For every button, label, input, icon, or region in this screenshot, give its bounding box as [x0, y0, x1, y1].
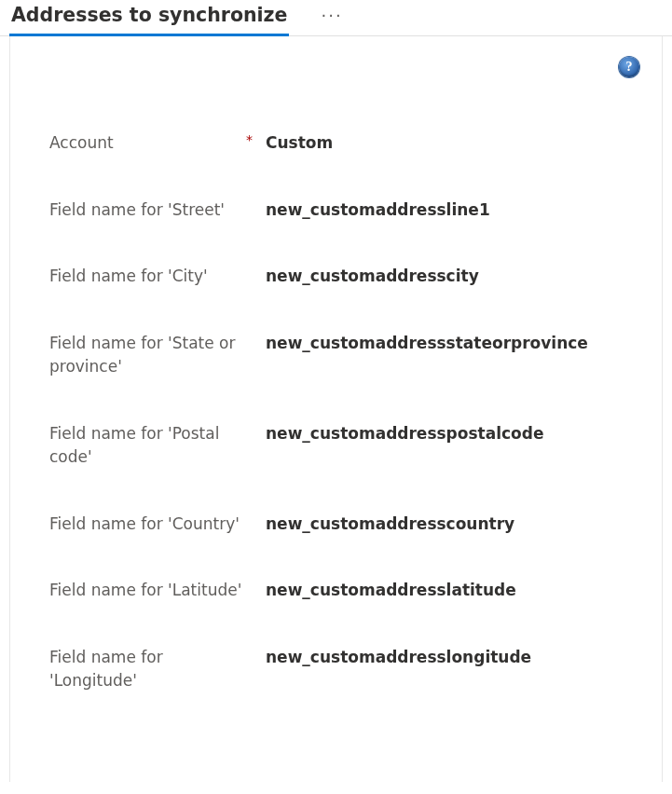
- value-col: new_customaddresslatitude: [266, 579, 623, 603]
- label-col: Field name for 'City': [49, 265, 266, 289]
- field-label-longitude: Field name for 'Longitude': [49, 646, 253, 693]
- label-col: Field name for 'Latitude': [49, 579, 266, 603]
- field-value-latitude[interactable]: new_customaddresslatitude: [266, 581, 516, 599]
- field-value-state-or-province[interactable]: new_customaddressstateorprovince: [266, 334, 588, 352]
- form: Account*CustomField name for 'Street'new…: [10, 77, 662, 693]
- label-col: Field name for 'State or province': [49, 332, 266, 379]
- form-row-postal-code: Field name for 'Postal code'new_customad…: [49, 422, 623, 470]
- label-col: Field name for 'Postal code': [49, 422, 266, 470]
- field-label-postal-code: Field name for 'Postal code': [49, 422, 253, 470]
- help-icon[interactable]: ?: [619, 57, 639, 77]
- ellipsis-glyph: ···: [321, 6, 342, 25]
- value-col: new_customaddressstateorprovince: [266, 332, 623, 356]
- content-panel: ? Account*CustomField name for 'Street'n…: [9, 36, 663, 782]
- value-col: new_customaddresspostalcode: [266, 422, 623, 446]
- value-col: new_customaddresscity: [266, 265, 623, 289]
- field-label-latitude: Field name for 'Latitude': [49, 579, 241, 603]
- form-row-street: Field name for 'Street'new_customaddress…: [49, 198, 623, 223]
- field-label-account: Account: [49, 131, 114, 156]
- help-row: ?: [10, 36, 662, 77]
- form-row-longitude: Field name for 'Longitude'new_customaddr…: [49, 646, 623, 693]
- form-row-city: Field name for 'City'new_customaddressci…: [49, 265, 623, 289]
- more-actions-icon[interactable]: ···: [321, 6, 342, 34]
- value-col: new_customaddresscountry: [266, 513, 623, 537]
- field-value-longitude[interactable]: new_customaddresslongitude: [266, 648, 531, 666]
- tab-header: Addresses to synchronize ···: [0, 0, 672, 36]
- form-row-account: Account*Custom: [49, 131, 623, 156]
- label-col: Account*: [49, 131, 266, 156]
- form-row-latitude: Field name for 'Latitude'new_customaddre…: [49, 579, 623, 603]
- form-row-state-or-province: Field name for 'State or province'new_cu…: [49, 332, 623, 379]
- required-marker: *: [246, 131, 253, 148]
- value-col: new_customaddressline1: [266, 198, 623, 223]
- label-col: Field name for 'Country': [49, 513, 266, 537]
- field-value-country[interactable]: new_customaddresscountry: [266, 514, 514, 533]
- value-col: new_customaddresslongitude: [266, 646, 623, 670]
- field-value-account[interactable]: Custom: [266, 133, 333, 152]
- field-value-postal-code[interactable]: new_customaddresspostalcode: [266, 424, 543, 443]
- field-value-city[interactable]: new_customaddresscity: [266, 267, 479, 285]
- field-label-city: Field name for 'City': [49, 265, 208, 289]
- field-label-street: Field name for 'Street': [49, 198, 225, 223]
- field-value-street[interactable]: new_customaddressline1: [266, 200, 490, 219]
- tab-addresses-to-synchronize[interactable]: Addresses to synchronize: [11, 4, 287, 35]
- label-col: Field name for 'Longitude': [49, 646, 266, 693]
- label-col: Field name for 'Street': [49, 198, 266, 223]
- help-glyph: ?: [626, 60, 633, 75]
- field-label-country: Field name for 'Country': [49, 513, 240, 537]
- tab-label: Addresses to synchronize: [11, 4, 287, 26]
- field-label-state-or-province: Field name for 'State or province': [49, 332, 253, 379]
- form-row-country: Field name for 'Country'new_customaddres…: [49, 513, 623, 537]
- value-col: Custom: [266, 131, 623, 156]
